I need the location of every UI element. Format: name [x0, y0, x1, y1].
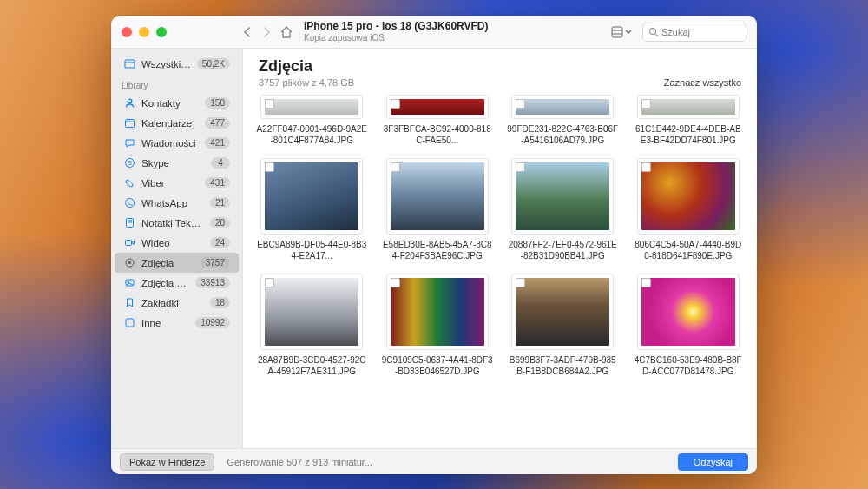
sidebar-item-label: Viber	[141, 178, 199, 188]
page-title: Zdjęcia	[259, 57, 354, 76]
thumbnail-checkbox[interactable]	[641, 278, 651, 287]
sidebar-item-chat[interactable]: Wiadomości421	[115, 133, 239, 153]
viber-icon	[123, 177, 135, 188]
thumbnail-cell[interactable]: 9C9109C5-0637-4A41-8DF3-BD33B046527D.JPG	[381, 274, 495, 377]
thumbnail-filename: 9C9109C5-0637-4A41-8DF3-BD33B046527D.JPG	[382, 355, 493, 377]
thumbnail[interactable]	[386, 95, 489, 119]
recover-button[interactable]: Odzyskaj	[678, 453, 748, 471]
thumbnail-checkbox[interactable]	[516, 99, 525, 109]
thumbnail[interactable]	[637, 158, 740, 235]
sidebar-item-calendar[interactable]: Kalendarze477	[115, 113, 239, 133]
sidebar-item-label: Kontakty	[141, 98, 199, 109]
sidebar-item-all-files[interactable]: Wszystkie pliki 50,2K	[115, 54, 239, 74]
sidebar-item-video[interactable]: Wideo24	[115, 233, 239, 253]
forward-button[interactable]	[262, 27, 271, 37]
thumbnail-cell[interactable]: B699B3F7-3ADF-479B-935B-F1B8DCB684A2.JPG	[506, 274, 620, 377]
thumbnail[interactable]	[260, 274, 363, 350]
thumbnail-cell[interactable]: 20887FF2-7EF0-4572-961E-82B31D90BB41.JPG	[506, 158, 620, 261]
titlebar: iPhone 15 pro - ios 18 (G3JK60RVFD) Kopi…	[111, 16, 757, 49]
sidebar-item-photos[interactable]: Zdjęcia3757	[115, 253, 239, 273]
chevron-down-icon	[625, 30, 632, 35]
sidebar-item-bookmarks[interactable]: Zakładki18	[115, 293, 239, 313]
main-content: Zdjęcia 3757 plików z 4,78 GB Zaznacz ws…	[243, 49, 757, 448]
thumbnail-cell[interactable]: 61C1E442-9DE4-4DEB-ABE3-BF42DD74F801.JPG	[632, 95, 746, 146]
thumbnail[interactable]	[386, 274, 489, 350]
sidebar-item-other[interactable]: Inne10992	[115, 313, 239, 333]
thumbnail-cell[interactable]: A22FF047-0001-496D-9A2E-801C4F877A84.JPG	[255, 95, 369, 146]
svg-rect-5	[125, 60, 135, 68]
sidebar-item-label: Inne	[141, 318, 189, 328]
thumbnail-checkbox[interactable]	[516, 278, 525, 287]
svg-rect-16	[125, 241, 131, 246]
contacts-icon	[123, 97, 135, 109]
video-icon	[123, 237, 135, 248]
title-block: iPhone 15 pro - ios 18 (G3JK60RVFD) Kopi…	[304, 21, 608, 42]
sidebar-item-contacts[interactable]: Kontakty150	[115, 93, 239, 113]
thumbnail-checkbox[interactable]	[265, 162, 274, 172]
thumbnail-filename: 4C7BC160-53E9-480B-B8FD-ACC077D81478.JPG	[633, 355, 744, 377]
sidebar-item-viber[interactable]: Viber431	[115, 173, 239, 193]
sidebar-item-label: Skype	[141, 158, 205, 169]
thumbnail[interactable]	[511, 158, 614, 235]
window-controls	[122, 27, 243, 37]
thumbnail-filename: 20887FF2-7EF0-4572-961E-82B31D90BB41.JPG	[507, 240, 618, 261]
sidebar-item-label: WhatsApp	[141, 198, 204, 208]
other-icon	[123, 317, 135, 328]
sidebar-item-appphotos[interactable]: Zdjęcia aplikacji33913	[115, 273, 239, 293]
search-field[interactable]	[642, 23, 746, 42]
footer: Pokaż w Finderze Generowanie 507 z 913 m…	[111, 448, 757, 474]
thumbnail-cell[interactable]: 4C7BC160-53E9-480B-B8FD-ACC077D81478.JPG	[632, 274, 746, 377]
whatsapp-icon	[123, 197, 135, 208]
thumbnail-image	[641, 278, 735, 346]
back-button[interactable]	[243, 27, 252, 37]
thumbnail[interactable]	[511, 274, 614, 350]
thumbnail[interactable]	[637, 95, 740, 119]
thumbnail-checkbox[interactable]	[516, 162, 525, 172]
thumbnail-cell[interactable]: 99FDE231-822C-4763-B06F-A5416106AD79.JPG	[506, 95, 620, 146]
thumbnail-cell[interactable]: 3F3FBFCA-BC92-4000-818C-FAE50...	[381, 95, 495, 146]
sidebar-item-notes[interactable]: Notatki Tekstowe20	[115, 213, 239, 233]
close-window-button[interactable]	[122, 27, 132, 37]
sidebar-item-badge: 3757	[201, 257, 230, 268]
home-icon[interactable]	[279, 25, 293, 39]
thumbnail-cell[interactable]: EBC9A89B-DF05-44E0-8B34-E2A17...	[255, 158, 369, 261]
minimize-window-button[interactable]	[139, 27, 149, 37]
sidebar-item-badge: 4	[211, 157, 230, 169]
thumbnail-filename: 28A87B9D-3CD0-4527-92CA-45912F7AE311.JPG	[256, 355, 367, 377]
sidebar-item-badge: 431	[205, 177, 230, 188]
sidebar-item-whatsapp[interactable]: WhatsApp21	[115, 193, 239, 213]
sidebar-item-label: Wiadomości	[141, 138, 199, 149]
thumbnail-cell[interactable]: 28A87B9D-3CD0-4527-92CA-45912F7AE311.JPG	[255, 274, 369, 377]
chat-icon	[123, 137, 135, 149]
view-options-button[interactable]	[608, 24, 635, 40]
svg-rect-8	[125, 120, 134, 128]
thumbnail-checkbox[interactable]	[265, 278, 274, 287]
thumbnail-checkbox[interactable]	[391, 162, 400, 172]
thumbnail-checkbox[interactable]	[641, 99, 651, 109]
thumbnail-checkbox[interactable]	[641, 162, 651, 172]
sidebar-item-badge: 21	[210, 197, 230, 208]
thumbnail-image	[641, 99, 735, 115]
sidebar-item-badge: 150	[205, 97, 230, 109]
thumbnail[interactable]	[637, 274, 740, 350]
sidebar-item-label: Zakładki	[141, 298, 204, 308]
thumbnail-cell[interactable]: 806C4C54-50A7-4440-B9D0-818D641F890E.JPG	[632, 158, 746, 261]
thumbnail-image	[516, 278, 609, 346]
thumbnail[interactable]	[386, 158, 489, 235]
nav-arrows	[243, 27, 271, 37]
show-in-finder-button[interactable]: Pokaż w Finderze	[120, 453, 214, 471]
thumbnail[interactable]	[260, 158, 363, 235]
thumbnail[interactable]	[260, 95, 363, 119]
thumbnail-filename: B699B3F7-3ADF-479B-935B-F1B8DCB684A2.JPG	[507, 355, 618, 377]
thumbnail-checkbox[interactable]	[391, 278, 400, 287]
select-all-link[interactable]: Zaznacz wszystko	[664, 77, 741, 88]
search-input[interactable]	[661, 27, 740, 37]
sidebar-item-skype[interactable]: SSkype4	[115, 153, 239, 173]
sidebar-item-badge: 20	[210, 217, 230, 228]
thumbnail-checkbox[interactable]	[265, 99, 274, 109]
thumbnail[interactable]	[511, 95, 614, 119]
zoom-window-button[interactable]	[156, 27, 167, 37]
thumbnail-cell[interactable]: E58ED30E-8AB5-45A7-8C84-F204F3BAE96C.JPG	[381, 158, 495, 261]
thumbnail-checkbox[interactable]	[391, 99, 400, 109]
thumbnail-filename: EBC9A89B-DF05-44E0-8B34-E2A17...	[256, 240, 367, 261]
